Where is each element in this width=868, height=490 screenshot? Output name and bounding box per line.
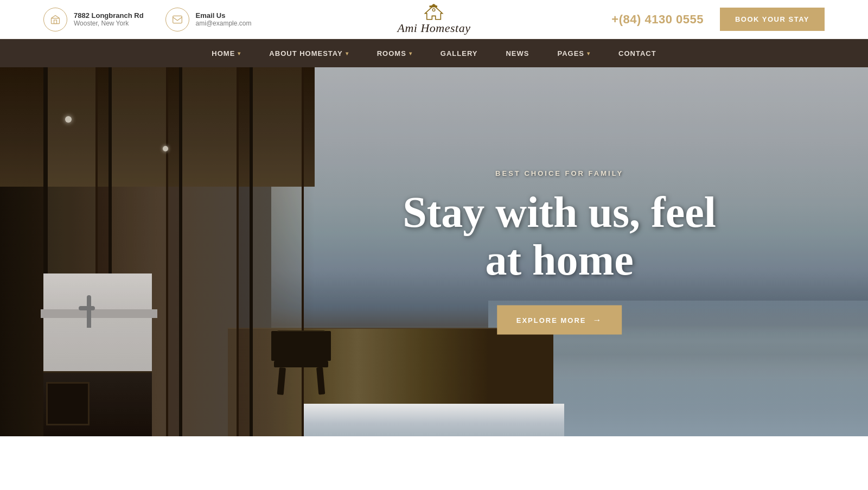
svg-rect-7: [316, 367, 325, 394]
nav-item-about[interactable]: ABOUT HOMESTAY ▾: [255, 39, 362, 67]
nav-item-gallery[interactable]: GALLERY: [426, 39, 492, 67]
hero-bottom-preview: [304, 404, 564, 436]
hero-section: BEST CHOICE FOR FAMILY Stay with us, fee…: [0, 67, 868, 436]
address-contact-item: 7882 Longbranch Rd Wooster, New York: [43, 8, 144, 31]
address-line1: 7882 Longbranch Rd: [74, 11, 144, 20]
top-bar-right: +(84) 4130 0555 BOOK YOUR STAY: [611, 8, 825, 31]
nav-label-news: NEWS: [506, 49, 529, 58]
svg-rect-0: [52, 18, 60, 23]
email-value: ami@example.com: [196, 20, 252, 27]
svg-point-3: [433, 8, 436, 11]
phone-number[interactable]: +(84) 4130 0555: [611, 12, 704, 27]
email-icon: [165, 8, 189, 31]
email-label: Email Us: [196, 11, 252, 20]
email-text: Email Us ami@example.com: [196, 11, 252, 27]
logo-text: Ami Homestay: [398, 21, 471, 35]
address-icon: [43, 8, 67, 31]
nav-label-gallery: GALLERY: [441, 49, 478, 58]
nav-chevron-about: ▾: [346, 50, 349, 56]
hero-content: BEST CHOICE FOR FAMILY Stay with us, fee…: [403, 169, 716, 335]
logo[interactable]: Ami Homestay: [398, 4, 471, 35]
arrow-right-icon: →: [592, 315, 602, 325]
nav-label-about: ABOUT HOMESTAY: [269, 49, 342, 58]
logo-icon: [421, 4, 447, 21]
nav-item-rooms[interactable]: ROOMS ▾: [363, 39, 426, 67]
navigation-bar: HOME ▾ ABOUT HOMESTAY ▾ ROOMS ▾ GALLERY …: [0, 39, 868, 67]
hero-title-line1: Stay with us, feel: [403, 188, 716, 236]
explore-btn-label: EXPLORE MORE: [516, 316, 586, 324]
svg-rect-8: [271, 331, 278, 361]
nav-label-home: HOME: [212, 49, 235, 58]
top-bar-left: 7882 Longbranch Rd Wooster, New York Ema…: [43, 8, 251, 31]
hero-chairs: [266, 320, 336, 404]
hero-title-line2: at home: [485, 236, 633, 284]
hero-subtitle: BEST CHOICE FOR FAMILY: [403, 169, 716, 177]
nav-item-home[interactable]: HOME ▾: [197, 39, 255, 67]
address-text: 7882 Longbranch Rd Wooster, New York: [74, 11, 144, 27]
nav-label-contact: CONTACT: [618, 49, 656, 58]
hero-title: Stay with us, feel at home: [403, 188, 716, 284]
svg-rect-4: [277, 331, 326, 364]
explore-more-button[interactable]: EXPLORE MORE →: [497, 306, 622, 335]
nav-label-rooms: ROOMS: [377, 49, 406, 58]
nav-item-pages[interactable]: PAGES ▾: [543, 39, 604, 67]
nav-item-news[interactable]: NEWS: [492, 39, 543, 67]
nav-chevron-pages: ▾: [587, 50, 590, 56]
svg-rect-6: [277, 367, 286, 395]
chair-1: [266, 320, 336, 402]
svg-rect-1: [54, 20, 57, 23]
book-stay-button[interactable]: BOOK YOUR STAY: [720, 8, 825, 31]
svg-rect-5: [274, 361, 328, 367]
nav-chevron-home: ▾: [238, 50, 241, 56]
svg-rect-9: [324, 331, 331, 361]
nav-item-contact[interactable]: CONTACT: [604, 39, 671, 67]
svg-rect-2: [173, 16, 182, 23]
email-contact-item: Email Us ami@example.com: [165, 8, 252, 31]
top-bar: 7882 Longbranch Rd Wooster, New York Ema…: [0, 0, 868, 39]
nav-chevron-rooms: ▾: [409, 50, 412, 56]
address-line2: Wooster, New York: [74, 20, 144, 27]
nav-label-pages: PAGES: [557, 49, 584, 58]
